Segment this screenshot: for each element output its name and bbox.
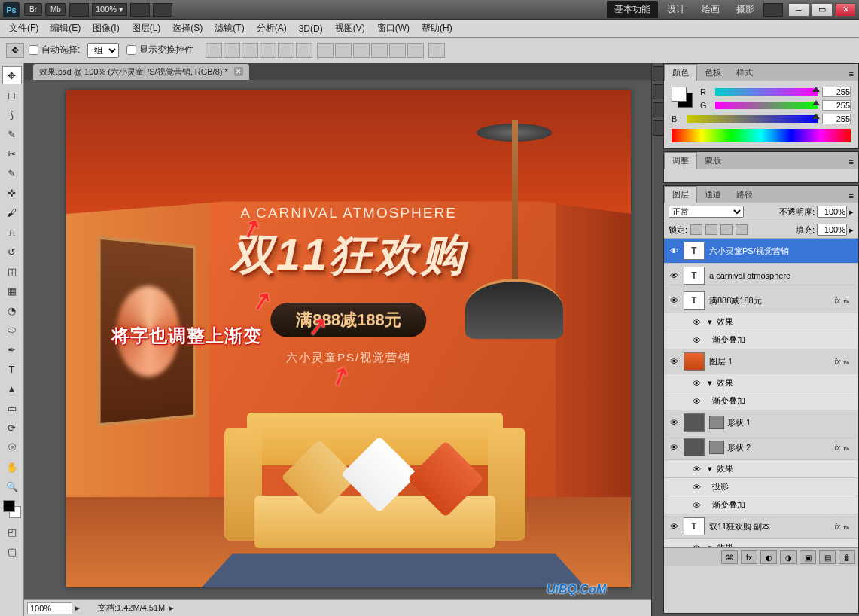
dodge-tool[interactable]: ⬭ [2,321,22,339]
minibridge-button[interactable]: Mb [45,3,66,16]
view-extras-dropdown[interactable] [69,3,89,17]
layer-fx-icon[interactable]: fx [741,550,757,564]
layer-name[interactable]: 图层 1 [709,356,831,367]
fill-input[interactable] [817,224,847,236]
auto-select-target[interactable]: 组 [87,43,119,58]
b-slider[interactable] [687,115,818,123]
lock-pixels-icon[interactable] [705,224,717,235]
layer-thumbnail[interactable]: T [684,242,705,260]
crop-tool[interactable]: ✂ [2,145,22,163]
distribute-left-icon[interactable] [371,43,388,58]
tab-paths[interactable]: 路径 [729,187,760,203]
healing-tool[interactable]: ✜ [2,184,22,202]
menu-view[interactable]: 视图(V) [329,20,371,37]
panel-menu-icon[interactable]: ≡ [845,189,858,203]
tab-adjustments[interactable]: 调整 [664,152,697,169]
menu-image[interactable]: 图像(I) [87,20,125,37]
fill-chevron-icon[interactable]: ▸ [849,225,854,235]
tab-masks[interactable]: 蒙版 [697,153,729,169]
layer-effect-row[interactable]: 👁▾效果 [664,313,858,331]
layer-row[interactable]: 👁形状 2fx ▾▴ [664,435,858,460]
layer-thumbnail[interactable]: T [684,291,705,310]
fx-badge[interactable]: fx ▾ [834,358,846,366]
auto-align-icon[interactable] [428,43,445,58]
marquee-tool[interactable]: ◻ [2,86,22,104]
tab-channels[interactable]: 通道 [697,187,729,203]
visibility-eye-icon[interactable]: 👁 [667,270,681,281]
zoom-tool[interactable]: 🔍 [2,477,22,496]
align-left-icon[interactable] [260,43,276,58]
3d-tool[interactable]: ⟳ [2,419,22,437]
lock-transparency-icon[interactable] [690,224,702,235]
status-zoom-input[interactable] [27,602,72,614]
blur-tool[interactable]: ◔ [2,301,22,319]
quickselect-tool[interactable]: ✎ [2,125,22,143]
align-vcenter-icon[interactable] [224,43,240,58]
layer-row[interactable]: 👁T满888减188元fx ▾▴ [664,288,858,313]
document-tab[interactable]: 效果.psd @ 100% (六小灵童PS/视觉营销, RGB/8) * ✕ [33,64,249,80]
visibility-eye-icon[interactable]: 👁 [667,442,681,453]
path-select-tool[interactable]: ▲ [2,380,22,398]
layer-row[interactable]: 👁T六小灵童PS/视觉营销 [664,239,858,264]
align-top-icon[interactable] [206,43,222,58]
tab-swatches[interactable]: 色板 [697,65,729,81]
workspace-photography[interactable]: 摄影 [729,1,762,18]
lasso-tool[interactable]: ⟆ [2,105,22,124]
panel-menu-icon[interactable]: ≡ [845,155,858,169]
layer-name[interactable]: 六小灵童PS/视觉营销 [709,245,855,257]
history-brush-tool[interactable]: ↺ [2,242,22,261]
vector-mask-thumb[interactable] [709,416,724,429]
menu-3d[interactable]: 3D(D) [293,21,329,36]
layer-row[interactable]: 👁形状 1 [664,410,858,435]
rectangle-tool[interactable]: ▭ [2,399,22,417]
layer-effect-row[interactable]: 👁▾效果 [664,460,858,478]
menu-select[interactable]: 选择(S) [166,20,209,37]
spectrum-bar[interactable] [672,129,851,142]
visibility-eye-icon[interactable]: 👁 [667,417,681,428]
arrange-dropdown[interactable] [130,3,150,17]
workspace-more[interactable] [763,3,783,17]
menu-edit[interactable]: 编辑(E) [44,20,87,37]
r-input[interactable] [822,87,851,97]
layer-effect-row[interactable]: 👁渐变叠加 [664,392,858,410]
close-button[interactable]: ✕ [835,3,856,17]
visibility-eye-icon[interactable]: 👁 [690,335,703,346]
fx-badge[interactable]: fx ▾ [834,297,846,305]
visibility-eye-icon[interactable]: 👁 [667,295,681,306]
distribute-hcenter-icon[interactable] [389,43,406,58]
lock-all-icon[interactable] [736,224,748,235]
auto-select-checkbox[interactable]: 自动选择: [29,44,80,56]
visibility-eye-icon[interactable]: 👁 [690,378,703,389]
layer-list[interactable]: 👁T六小灵童PS/视觉营销👁Ta carnival atmosphere👁T满8… [664,239,858,547]
layer-name[interactable]: 形状 1 [727,417,855,428]
distribute-right-icon[interactable] [407,43,424,58]
move-tool-icon[interactable]: ✥ [6,43,24,58]
workspace-design[interactable]: 设计 [659,1,693,18]
visibility-eye-icon[interactable]: 👁 [667,245,681,256]
align-hcenter-icon[interactable] [278,43,294,58]
pen-tool[interactable]: ✒ [2,340,22,358]
hand-tool[interactable]: ✋ [2,458,22,476]
delete-layer-icon[interactable]: 🗑 [839,550,855,564]
status-chevron-icon[interactable]: ▸ [169,603,174,613]
layer-effect-row[interactable]: 👁▾效果 [664,539,858,547]
eyedropper-tool[interactable]: ✎ [2,164,22,182]
visibility-eye-icon[interactable]: 👁 [690,464,703,474]
status-chevron-icon[interactable]: ▸ [75,603,80,613]
layer-effect-row[interactable]: 👁渐变叠加 [664,331,858,349]
3d-camera-tool[interactable]: ⦾ [2,438,22,456]
menu-window[interactable]: 窗口(W) [371,20,416,37]
g-input[interactable] [822,100,851,111]
layer-row[interactable]: 👁图层 1fx ▾▴ [664,349,858,374]
type-tool[interactable]: T [2,360,22,378]
distribute-vcenter-icon[interactable] [335,43,352,58]
opacity-input[interactable] [817,206,847,218]
layer-name[interactable]: 双11狂欢购 副本 [709,521,831,532]
layer-thumbnail[interactable] [684,352,705,371]
maximize-button[interactable]: ▭ [812,3,833,17]
minimize-button[interactable]: ─ [788,3,809,17]
show-transform-checkbox[interactable]: 显示变换控件 [126,44,193,56]
g-slider[interactable] [715,102,818,109]
menu-filter[interactable]: 滤镜(T) [209,20,250,37]
menu-help[interactable]: 帮助(H) [416,20,458,37]
